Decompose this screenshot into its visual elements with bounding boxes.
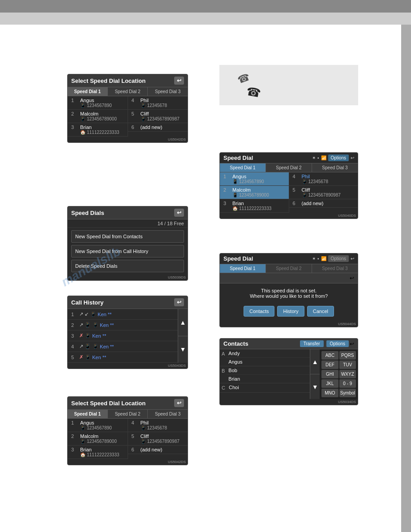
- contact-row-3-sd-right[interactable]: 3 Brian 🏠1111222223333: [220, 199, 289, 213]
- contact-row-5-sd-right[interactable]: 5 Cliff 📱1234567890987: [289, 186, 358, 199]
- contact-row-3-bottom[interactable]: 3 Brian 🏠1111222223333: [68, 446, 128, 459]
- contact-row-3-top[interactable]: 3 Brian 🏠1111222223333: [68, 123, 128, 137]
- call-idx-5: 5: [71, 355, 77, 360]
- call-contact-ico-1: 📱: [90, 312, 96, 317]
- contact-row-6-top[interactable]: 6 (add new): [128, 123, 188, 132]
- tab-sd3-notset[interactable]: Speed Dial 3: [312, 264, 358, 273]
- key-ghi[interactable]: GHI: [321, 370, 338, 378]
- contact-phone-2-top: 📱123456789000: [80, 116, 124, 121]
- sd-notset-title: Speed Dial: [223, 255, 253, 262]
- contact-info-1-top: Angus 📱1234567890: [80, 98, 124, 108]
- contact-andy[interactable]: Andy: [227, 349, 310, 358]
- call-row-4[interactable]: 4 ↗ 📱 📱 Ken **: [68, 341, 178, 352]
- panel-call-history-title-bar: Call History ↩: [68, 296, 188, 309]
- col-right-sd-right: 4 Phil 📱12345678 5 Cliff 📱1234567890987 …: [289, 172, 358, 213]
- history-button[interactable]: History: [277, 306, 304, 317]
- sd-notset-tabs: Speed Dial 1 Speed Dial 2 Speed Dial 3: [220, 264, 358, 273]
- contacts-scroll-up-button[interactable]: ▲: [310, 349, 320, 374]
- call-icon-1: ↗ ↙: [79, 311, 89, 317]
- contact-row-1-sd-right[interactable]: 1 Angus 📱1234567890: [220, 172, 289, 186]
- key-mno[interactable]: MNO: [321, 389, 338, 397]
- notset-inner-back-button[interactable]: ↩: [350, 275, 354, 281]
- contact-row-5-top[interactable]: 5 Cliff 📱1234567890987: [128, 110, 188, 123]
- contact-angus[interactable]: Angus: [227, 358, 310, 366]
- panel-call-history-back-button[interactable]: ↩: [174, 298, 184, 306]
- options-button[interactable]: Options: [328, 154, 349, 161]
- panel-select-bottom-back-button[interactable]: ↩: [174, 399, 184, 407]
- key-def[interactable]: DEF: [321, 360, 338, 369]
- call-idx-3: 3: [71, 333, 77, 339]
- contact-row-2-sd-right[interactable]: 2 Malcolm 📱123456789000: [220, 186, 289, 199]
- panel-select-top-title-bar: Select Speed Dial Location ↩: [68, 74, 188, 87]
- contact-row-1-bottom[interactable]: 1 Angus 📱1234567890: [68, 419, 128, 432]
- letter-c: C: [220, 383, 227, 392]
- menu-new-from-call-history[interactable]: New Speed Dial from Call History: [71, 245, 184, 257]
- scroll-up-button[interactable]: ▲: [178, 309, 188, 336]
- contact-num-2-top: 2: [71, 111, 78, 121]
- key-abc[interactable]: ABC: [321, 351, 338, 360]
- contact-row-1-top[interactable]: 1 Angus 📱1234567890: [68, 96, 128, 110]
- contact-choi[interactable]: Choi: [227, 383, 310, 391]
- signal-icon-notset: 📶: [321, 256, 326, 261]
- tab-speed-dial-1-bottom[interactable]: Speed Dial 1: [68, 410, 108, 418]
- contact-bob[interactable]: Bob: [227, 366, 310, 375]
- contact-row-5-bottom[interactable]: 5 Cliff 📱1234567890987: [128, 432, 188, 446]
- cancel-button[interactable]: Cancel: [307, 306, 334, 317]
- scroll-down-button[interactable]: ▼: [178, 336, 188, 363]
- call-history-body: 1 ↗ ↙ 📱 Ken ** 2 ↗ 📱 📱 Ken ** 3 ✗ 📱 Ken …: [68, 309, 188, 363]
- call-row-1[interactable]: 1 ↗ ↙ 📱 Ken **: [68, 309, 178, 320]
- panel-call-history: Call History ↩ 1 ↗ ↙ 📱 Ken ** 2 ↗ 📱 📱 Ke…: [67, 296, 188, 369]
- tab-speed-dial-2-bottom[interactable]: Speed Dial 2: [108, 410, 148, 418]
- sd-notset-back-button[interactable]: ↩: [351, 256, 354, 261]
- panel-select-speed-dial-top: Select Speed Dial Location ↩ Speed Dial …: [67, 74, 188, 143]
- tab-speed-dial-3-bottom[interactable]: Speed Dial 3: [148, 410, 188, 418]
- tab-sd2-right[interactable]: Speed Dial 2: [266, 163, 312, 172]
- key-jkl[interactable]: JKL: [321, 379, 338, 388]
- contact-row-4-sd-right[interactable]: 4 Phil 📱12345678: [289, 172, 358, 186]
- contacts-transfer-button[interactable]: Transfer: [300, 340, 324, 347]
- sd-notset-icons: ✶ ▪ 📶 Options ↩: [312, 255, 354, 262]
- header-bar: [0, 0, 411, 25]
- mobile-icon-2-top: 📱: [80, 116, 86, 121]
- panel-select-speed-dial-bottom: Select Speed Dial Location ↩ Speed Dial …: [67, 396, 188, 465]
- names-c: Choi: [227, 383, 310, 391]
- contact-name-6-top: (add new): [141, 124, 184, 130]
- contact-row-4-top[interactable]: 4 Phil 📱12345678: [128, 96, 188, 110]
- letter-a: A: [220, 349, 227, 358]
- contact-row-2-top[interactable]: 2 Malcolm 📱123456789000: [68, 110, 128, 123]
- call-row-3[interactable]: 3 ✗ 📱 Ken **: [68, 330, 178, 341]
- sd-right-back-button[interactable]: ↩: [351, 155, 354, 160]
- notset-line2: Where would you like to set it from?: [224, 293, 353, 299]
- tab-sd2-notset[interactable]: Speed Dial 2: [266, 264, 312, 273]
- tab-sd1-right[interactable]: Speed Dial 1: [220, 163, 266, 172]
- tab-sd1-notset[interactable]: Speed Dial 1: [220, 264, 266, 273]
- call-row-5[interactable]: 5 ✗ 📱 Ken **: [68, 352, 178, 363]
- menu-delete-speed-dials[interactable]: Delete Speed Dials: [71, 260, 184, 272]
- key-pqrs[interactable]: PQRS: [339, 351, 356, 360]
- key-tuv[interactable]: TUV: [339, 360, 356, 369]
- key-wxyz[interactable]: WXYZ: [339, 370, 356, 378]
- contact-row-4-bottom[interactable]: 4 Phil 📱12345678: [128, 419, 188, 432]
- tab-speed-dial-3-top[interactable]: Speed Dial 3: [148, 87, 188, 96]
- bluetooth-icon: ✶: [312, 155, 316, 160]
- contacts-back-button[interactable]: ↩: [350, 341, 354, 347]
- contact-info-6-top: (add new): [141, 124, 184, 130]
- contact-row-2-bottom[interactable]: 2 Malcolm 📱123456789000: [68, 432, 128, 446]
- contacts-scroll-down-button[interactable]: ▼: [310, 374, 320, 399]
- contact-brian[interactable]: Brian: [227, 375, 310, 383]
- contacts-options-button[interactable]: Options: [326, 340, 349, 347]
- menu-new-from-contacts[interactable]: New Speed Dial from Contacts: [71, 230, 184, 243]
- contacts-button[interactable]: Contacts: [244, 306, 274, 317]
- contact-phone-4-top: 📱12345678: [141, 103, 184, 108]
- tab-sd3-right[interactable]: Speed Dial 3: [312, 163, 358, 172]
- panel-select-top-back-button[interactable]: ↩: [174, 77, 184, 85]
- contact-row-6-sd-right[interactable]: 6 (add new): [289, 199, 358, 208]
- panel-speed-dials-back-button[interactable]: ↩: [174, 209, 184, 217]
- contact-row-6-bottom[interactable]: 6 (add new): [128, 446, 188, 454]
- call-idx-2: 2: [71, 322, 77, 328]
- tab-speed-dial-2-top[interactable]: Speed Dial 2: [108, 87, 148, 96]
- call-row-2[interactable]: 2 ↗ 📱 📱 Ken **: [68, 320, 178, 330]
- key-symbol[interactable]: Symbol: [339, 389, 356, 397]
- tab-speed-dial-1-top[interactable]: Speed Dial 1: [68, 87, 108, 96]
- key-09[interactable]: 0 - 9: [339, 379, 356, 388]
